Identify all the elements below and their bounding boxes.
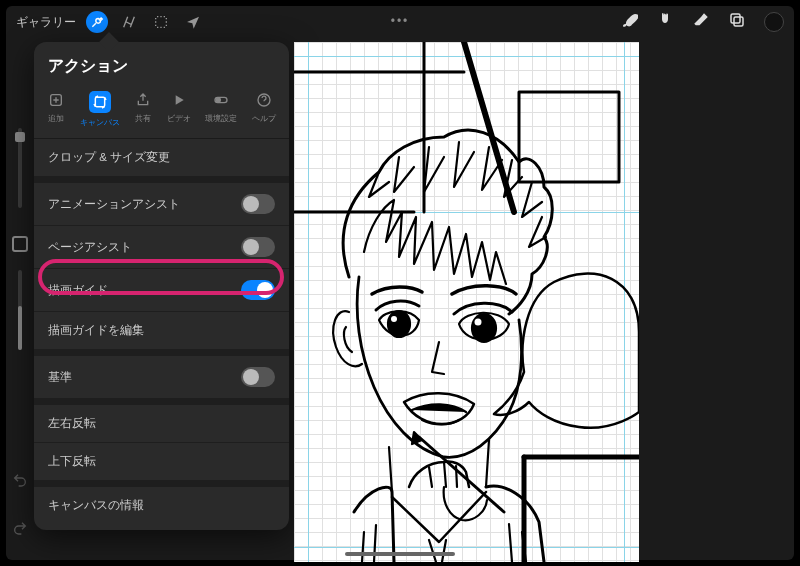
gallery-button[interactable]: ギャラリー [16,14,76,31]
tab-label: ヘルプ [252,113,276,124]
modify-button[interactable] [12,236,28,252]
svg-line-18 [419,437,504,512]
svg-point-15 [391,316,397,322]
svg-rect-1 [734,17,743,26]
row-flip-vertical[interactable]: 上下反転 [34,443,289,481]
actions-panel: アクション 追加 キャンバス 共有 ビデオ 環境設定 [34,42,289,530]
top-toolbar: ギャラリー ••• [6,6,794,38]
tab-video[interactable]: ビデオ [167,91,191,128]
redo-button[interactable] [12,520,28,540]
tab-label: 環境設定 [205,113,237,124]
app-frame: ギャラリー ••• [6,6,794,560]
row-label: キャンバスの情報 [48,498,144,513]
artwork [294,42,639,562]
home-indicator [345,552,455,556]
row-label: クロップ & サイズ変更 [48,150,170,165]
color-picker[interactable] [764,12,784,32]
row-label: 上下反転 [48,454,96,469]
tab-add[interactable]: 追加 [47,91,65,128]
tab-prefs[interactable]: 環境設定 [205,91,237,128]
redo-icon [12,520,28,536]
wrench-icon [90,15,104,29]
row-label: 描画ガイドを編集 [48,323,144,338]
tab-label: 共有 [135,113,151,124]
add-icon [47,91,65,109]
row-label: アニメーションアシスト [48,197,180,212]
undo-button[interactable] [12,472,28,492]
tab-canvas[interactable]: キャンバス [80,91,120,128]
tab-share[interactable]: 共有 [134,91,152,128]
svg-rect-3 [95,97,104,106]
tab-label: 追加 [48,113,64,124]
help-icon [255,91,273,109]
adjustments-button[interactable] [118,11,140,33]
row-crop-resize[interactable]: クロップ & サイズ変更 [34,139,289,177]
brush-size-slider[interactable] [18,128,22,208]
svg-rect-0 [731,14,740,23]
brush-tool[interactable] [620,11,638,33]
toggle-page-assist[interactable] [241,237,275,257]
more-button[interactable]: ••• [391,14,410,28]
prefs-icon [212,91,230,109]
layers-button[interactable] [728,11,746,33]
undo-icon [12,472,28,488]
brush-icon [620,11,638,29]
svg-point-16 [472,314,496,342]
svg-rect-11 [519,92,619,182]
play-icon [170,91,188,109]
row-drawing-guide[interactable]: 描画ガイド [34,269,289,312]
layers-icon [728,11,746,29]
panel-title: アクション [34,42,289,87]
smudge-icon [656,11,674,29]
eraser-tool[interactable] [692,11,710,33]
svg-point-14 [388,311,410,337]
row-label: 左右反転 [48,416,96,431]
tab-help[interactable]: ヘルプ [252,91,276,128]
toggle-reference[interactable] [241,367,275,387]
actions-button[interactable] [86,11,108,33]
eraser-icon [692,11,710,29]
share-icon [134,91,152,109]
row-page-assist[interactable]: ページアシスト [34,226,289,269]
selection-button[interactable] [150,11,172,33]
row-canvas-info[interactable]: キャンバスの情報 [34,481,289,524]
opacity-slider[interactable] [18,270,22,350]
row-label: ページアシスト [48,240,132,255]
row-flip-horizontal[interactable]: 左右反転 [34,399,289,443]
svg-point-17 [475,319,482,326]
panel-tabs: 追加 キャンバス 共有 ビデオ 環境設定 ヘルプ [34,87,289,139]
smudge-tool[interactable] [656,11,674,33]
tab-label: キャンバス [80,117,120,128]
tab-label: ビデオ [167,113,191,124]
transform-button[interactable] [182,11,204,33]
svg-point-5 [217,98,221,102]
left-sidebar [6,38,34,560]
row-reference[interactable]: 基準 [34,350,289,399]
row-animation-assist[interactable]: アニメーションアシスト [34,177,289,226]
row-label: 描画ガイド [48,283,108,298]
canvas[interactable] [294,42,639,562]
row-edit-drawing-guide[interactable]: 描画ガイドを編集 [34,312,289,350]
row-label: 基準 [48,370,72,385]
canvas-icon [89,91,111,113]
toggle-drawing-guide[interactable] [241,280,275,300]
toggle-animation-assist[interactable] [241,194,275,214]
